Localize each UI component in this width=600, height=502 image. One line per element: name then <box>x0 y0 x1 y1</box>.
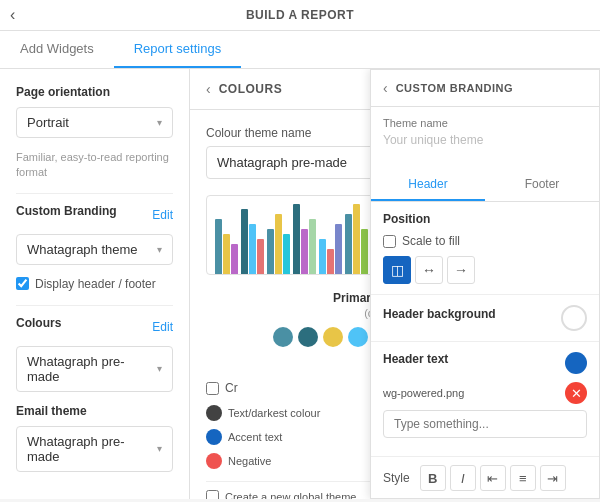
italic-icon: I <box>461 471 465 486</box>
tab-report-settings[interactable]: Report settings <box>114 31 241 68</box>
display-header-checkbox[interactable] <box>16 277 29 290</box>
dropdown-arrow-icon: ▾ <box>157 117 162 128</box>
orientation-hint: Familiar, easy-to-read reporting format <box>16 150 173 181</box>
page-orientation-label: Page orientation <box>16 85 173 99</box>
pos-right-icon: → <box>454 262 468 278</box>
colours-header: Colours Edit <box>16 316 173 338</box>
style-row: Style B I ⇤ ≡ ⇥ <box>371 457 599 499</box>
primary-colour-dot[interactable] <box>348 327 368 347</box>
header-background-label: Header background <box>383 307 496 321</box>
tab-add-widgets[interactable]: Add Widgets <box>0 31 114 68</box>
bar <box>301 229 308 274</box>
dropdown-arrow-3-icon: ▾ <box>157 363 162 374</box>
bar <box>267 229 274 274</box>
custom-branding-edit[interactable]: Edit <box>152 208 173 222</box>
header-text-input[interactable] <box>383 410 587 438</box>
cb-back-icon[interactable]: ‹ <box>383 80 388 96</box>
colours-label: Colours <box>16 316 61 330</box>
bar <box>231 244 238 274</box>
cb-tab-header[interactable]: Header <box>371 169 485 201</box>
custom-branding-dropdown[interactable]: Whatagraph theme ▾ <box>16 234 173 265</box>
cb-header: ‹ CUSTOM BRANDING <box>371 70 599 107</box>
header-background-section: Header background <box>371 295 599 342</box>
email-theme-dropdown[interactable]: Whatagraph pre-made ▾ <box>16 426 173 472</box>
top-bar: ‹ BUILD A REPORT <box>0 0 600 31</box>
back-arrow-icon[interactable]: ‹ <box>10 6 15 24</box>
bar <box>293 204 300 274</box>
header-background-row: Header background <box>383 305 587 331</box>
bar <box>257 239 264 274</box>
pos-left-icon-btn[interactable]: ◫ <box>383 256 411 284</box>
pos-left-icon: ◫ <box>391 262 404 278</box>
colours-edit[interactable]: Edit <box>152 320 173 334</box>
align-right-icon: ⇥ <box>547 471 558 486</box>
bar-group <box>293 204 316 274</box>
bold-icon: B <box>428 471 437 486</box>
additional-colour-label: Negative <box>228 455 271 467</box>
dropdown-arrow-2-icon: ▾ <box>157 244 162 255</box>
colours-panel-back-icon[interactable]: ‹ <box>206 81 211 97</box>
style-bold-btn[interactable]: B <box>420 465 446 491</box>
pos-center-icon-btn[interactable]: ↔ <box>415 256 443 284</box>
cr-checkbox[interactable] <box>206 382 219 395</box>
pos-right-icon-btn[interactable]: → <box>447 256 475 284</box>
bar-group <box>241 209 264 274</box>
global-theme-checkbox[interactable] <box>206 490 219 499</box>
custom-branding-overlay: ‹ CUSTOM BRANDING Theme name Your unique… <box>370 69 600 499</box>
style-label: Style <box>383 471 410 485</box>
main-tabs: Add Widgets Report settings <box>0 31 600 69</box>
position-section: Position Scale to fill ◫ ↔ → <box>371 202 599 295</box>
bar <box>283 234 290 274</box>
header-text-row: Header text <box>383 352 587 374</box>
bar-group <box>267 214 290 274</box>
colours-dropdown[interactable]: Whatagraph pre-made ▾ <box>16 346 173 392</box>
bar <box>353 204 360 274</box>
custom-branding-header: Custom Branding Edit <box>16 204 173 226</box>
primary-colour-dot[interactable] <box>273 327 293 347</box>
theme-name-label: Theme name <box>383 117 587 129</box>
additional-colour-dot[interactable] <box>206 453 222 469</box>
wg-logo-text: wg-powered.png <box>383 387 464 399</box>
bar <box>335 224 342 274</box>
bar <box>215 219 222 274</box>
cr-label: Cr <box>225 381 238 395</box>
bar <box>249 224 256 274</box>
wg-logo-row: wg-powered.png ✕ <box>383 382 587 404</box>
cb-tabs: Header Footer <box>371 169 599 202</box>
bar <box>319 239 326 274</box>
wg-logo-close-btn[interactable]: ✕ <box>565 382 587 404</box>
additional-colour-dot[interactable] <box>206 405 222 421</box>
style-italic-btn[interactable]: I <box>450 465 476 491</box>
style-align-center-btn[interactable]: ≡ <box>510 465 536 491</box>
primary-colour-dot[interactable] <box>323 327 343 347</box>
bar <box>361 229 368 274</box>
position-icons-row: ◫ ↔ → <box>383 256 587 284</box>
cb-tab-footer[interactable]: Footer <box>485 169 599 201</box>
bar <box>327 249 334 274</box>
page-orientation-dropdown[interactable]: Portrait ▾ <box>16 107 173 138</box>
scale-to-fill-row: Scale to fill <box>383 234 587 248</box>
divider-1 <box>16 193 173 194</box>
global-theme-label: Create a new global theme <box>225 491 356 500</box>
divider-2 <box>16 305 173 306</box>
scale-to-fill-checkbox[interactable] <box>383 235 396 248</box>
custom-branding-label: Custom Branding <box>16 204 117 218</box>
primary-colour-dot[interactable] <box>298 327 318 347</box>
colours-panel-title: COLOURS <box>219 82 283 96</box>
position-title: Position <box>383 212 587 226</box>
header-text-color-dot[interactable] <box>565 352 587 374</box>
header-background-toggle[interactable] <box>561 305 587 331</box>
bar-group <box>345 204 368 274</box>
additional-colour-label: Accent text <box>228 431 282 443</box>
style-align-left-btn[interactable]: ⇤ <box>480 465 506 491</box>
scale-to-fill-label: Scale to fill <box>402 234 460 248</box>
left-panel: Page orientation Portrait ▾ Familiar, ea… <box>0 69 190 499</box>
additional-colour-item: Negative <box>206 453 391 469</box>
display-header-row: Display header / footer <box>16 277 173 291</box>
bar <box>309 219 316 274</box>
bar <box>275 214 282 274</box>
style-align-right-btn[interactable]: ⇥ <box>540 465 566 491</box>
display-header-label: Display header / footer <box>35 277 156 291</box>
right-panel: ‹ COLOURS Colour theme name Primary char… <box>190 69 600 499</box>
additional-colour-dot[interactable] <box>206 429 222 445</box>
